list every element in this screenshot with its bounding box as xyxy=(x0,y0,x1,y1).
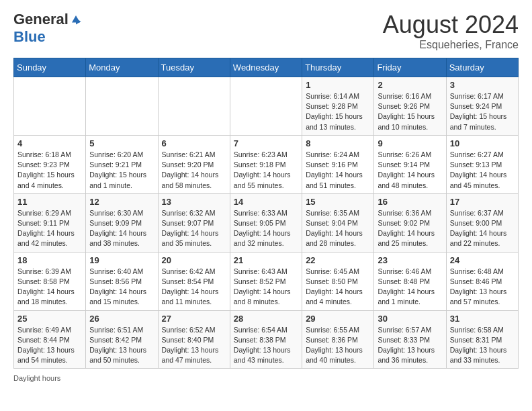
day-info: Sunrise: 6:14 AM Sunset: 9:28 PM Dayligh… xyxy=(306,91,370,132)
day-info: Sunrise: 6:49 AM Sunset: 8:44 PM Dayligh… xyxy=(17,325,82,366)
day-info: Sunrise: 6:16 AM Sunset: 9:26 PM Dayligh… xyxy=(378,91,442,132)
day-info: Sunrise: 6:29 AM Sunset: 9:11 PM Dayligh… xyxy=(17,208,82,249)
day-info: Sunrise: 6:42 AM Sunset: 8:54 PM Dayligh… xyxy=(162,267,226,308)
calendar-week-1: 1Sunrise: 6:14 AM Sunset: 9:28 PM Daylig… xyxy=(14,77,519,136)
table-row: 13Sunrise: 6:32 AM Sunset: 9:07 PM Dayli… xyxy=(158,193,230,252)
table-row: 11Sunrise: 6:29 AM Sunset: 9:11 PM Dayli… xyxy=(14,193,86,252)
day-info: Sunrise: 6:21 AM Sunset: 9:20 PM Dayligh… xyxy=(162,150,226,191)
col-thursday: Thursday xyxy=(302,58,374,77)
calendar-week-2: 4Sunrise: 6:18 AM Sunset: 9:23 PM Daylig… xyxy=(14,135,519,193)
day-info: Sunrise: 6:36 AM Sunset: 9:02 PM Dayligh… xyxy=(378,208,442,249)
table-row: 20Sunrise: 6:42 AM Sunset: 8:54 PM Dayli… xyxy=(158,252,230,310)
table-row: 19Sunrise: 6:40 AM Sunset: 8:56 PM Dayli… xyxy=(86,252,158,310)
day-number: 9 xyxy=(378,138,442,148)
table-row: 5Sunrise: 6:20 AM Sunset: 9:21 PM Daylig… xyxy=(86,135,158,193)
calendar-week-4: 18Sunrise: 6:39 AM Sunset: 8:58 PM Dayli… xyxy=(14,252,519,310)
day-info: Sunrise: 6:46 AM Sunset: 8:48 PM Dayligh… xyxy=(378,267,442,308)
day-info: Sunrise: 6:39 AM Sunset: 8:58 PM Dayligh… xyxy=(17,267,82,308)
day-info: Sunrise: 6:35 AM Sunset: 9:04 PM Dayligh… xyxy=(306,208,370,249)
day-number: 29 xyxy=(306,314,370,324)
col-monday: Monday xyxy=(86,58,158,77)
logo-general-text: General xyxy=(13,11,69,28)
day-info: Sunrise: 6:48 AM Sunset: 8:46 PM Dayligh… xyxy=(450,267,515,308)
day-number: 24 xyxy=(450,255,515,265)
day-number: 16 xyxy=(378,197,442,207)
table-row xyxy=(230,77,302,136)
col-tuesday: Tuesday xyxy=(158,58,230,77)
table-row: 16Sunrise: 6:36 AM Sunset: 9:02 PM Dayli… xyxy=(374,193,446,252)
table-row: 15Sunrise: 6:35 AM Sunset: 9:04 PM Dayli… xyxy=(302,193,374,252)
day-info: Sunrise: 6:54 AM Sunset: 8:38 PM Dayligh… xyxy=(234,325,298,366)
table-row: 21Sunrise: 6:43 AM Sunset: 8:52 PM Dayli… xyxy=(230,252,302,310)
table-row: 4Sunrise: 6:18 AM Sunset: 9:23 PM Daylig… xyxy=(14,135,86,193)
logo: General Blue xyxy=(13,11,82,46)
table-row: 29Sunrise: 6:55 AM Sunset: 8:36 PM Dayli… xyxy=(302,310,374,369)
day-number: 14 xyxy=(234,197,298,207)
day-info: Sunrise: 6:52 AM Sunset: 8:40 PM Dayligh… xyxy=(162,325,226,366)
day-info: Sunrise: 6:43 AM Sunset: 8:52 PM Dayligh… xyxy=(234,267,298,308)
day-number: 28 xyxy=(234,314,298,324)
day-info: Sunrise: 6:32 AM Sunset: 9:07 PM Dayligh… xyxy=(162,208,226,249)
day-number: 3 xyxy=(450,80,515,90)
col-friday: Friday xyxy=(374,58,446,77)
day-info: Sunrise: 6:51 AM Sunset: 8:42 PM Dayligh… xyxy=(89,325,154,366)
logo-blue-text: Blue xyxy=(13,28,46,45)
day-info: Sunrise: 6:26 AM Sunset: 9:14 PM Dayligh… xyxy=(378,150,442,191)
day-number: 17 xyxy=(450,197,515,207)
logo-icon xyxy=(70,13,82,26)
day-number: 31 xyxy=(450,314,515,324)
month-year-title: August 2024 xyxy=(383,11,519,39)
table-row: 27Sunrise: 6:52 AM Sunset: 8:40 PM Dayli… xyxy=(158,310,230,369)
day-info: Sunrise: 6:23 AM Sunset: 9:18 PM Dayligh… xyxy=(234,150,298,191)
table-row: 23Sunrise: 6:46 AM Sunset: 8:48 PM Dayli… xyxy=(374,252,446,310)
calendar-table: Sunday Monday Tuesday Wednesday Thursday… xyxy=(13,58,519,369)
day-number: 8 xyxy=(306,138,370,148)
table-row: 31Sunrise: 6:58 AM Sunset: 8:31 PM Dayli… xyxy=(446,310,518,369)
day-info: Sunrise: 6:33 AM Sunset: 9:05 PM Dayligh… xyxy=(234,208,298,249)
day-number: 27 xyxy=(162,314,226,324)
day-info: Sunrise: 6:27 AM Sunset: 9:13 PM Dayligh… xyxy=(450,150,515,191)
day-info: Sunrise: 6:57 AM Sunset: 8:33 PM Dayligh… xyxy=(378,325,442,366)
day-number: 4 xyxy=(17,138,82,148)
day-number: 30 xyxy=(378,314,442,324)
table-row: 6Sunrise: 6:21 AM Sunset: 9:20 PM Daylig… xyxy=(158,135,230,193)
day-number: 19 xyxy=(89,255,154,265)
svg-marker-1 xyxy=(76,19,81,25)
table-row: 3Sunrise: 6:17 AM Sunset: 9:24 PM Daylig… xyxy=(446,77,518,136)
table-row: 17Sunrise: 6:37 AM Sunset: 9:00 PM Dayli… xyxy=(446,193,518,252)
day-number: 26 xyxy=(89,314,154,324)
col-wednesday: Wednesday xyxy=(230,58,302,77)
footer-note: Daylight hours xyxy=(13,374,519,382)
table-row: 9Sunrise: 6:26 AM Sunset: 9:14 PM Daylig… xyxy=(374,135,446,193)
day-number: 15 xyxy=(306,197,370,207)
day-info: Sunrise: 6:24 AM Sunset: 9:16 PM Dayligh… xyxy=(306,150,370,191)
table-row xyxy=(158,77,230,136)
day-info: Sunrise: 6:40 AM Sunset: 8:56 PM Dayligh… xyxy=(89,267,154,308)
table-row: 14Sunrise: 6:33 AM Sunset: 9:05 PM Dayli… xyxy=(230,193,302,252)
day-info: Sunrise: 6:18 AM Sunset: 9:23 PM Dayligh… xyxy=(17,150,82,191)
day-number: 6 xyxy=(162,138,226,148)
day-info: Sunrise: 6:30 AM Sunset: 9:09 PM Dayligh… xyxy=(89,208,154,249)
day-number: 20 xyxy=(162,255,226,265)
table-row: 2Sunrise: 6:16 AM Sunset: 9:26 PM Daylig… xyxy=(374,77,446,136)
col-saturday: Saturday xyxy=(446,58,518,77)
day-info: Sunrise: 6:45 AM Sunset: 8:50 PM Dayligh… xyxy=(306,267,370,308)
day-number: 21 xyxy=(234,255,298,265)
table-row: 8Sunrise: 6:24 AM Sunset: 9:16 PM Daylig… xyxy=(302,135,374,193)
table-row: 30Sunrise: 6:57 AM Sunset: 8:33 PM Dayli… xyxy=(374,310,446,369)
table-row: 22Sunrise: 6:45 AM Sunset: 8:50 PM Dayli… xyxy=(302,252,374,310)
day-number: 12 xyxy=(89,197,154,207)
day-info: Sunrise: 6:20 AM Sunset: 9:21 PM Dayligh… xyxy=(89,150,154,191)
table-row: 18Sunrise: 6:39 AM Sunset: 8:58 PM Dayli… xyxy=(14,252,86,310)
table-row: 12Sunrise: 6:30 AM Sunset: 9:09 PM Dayli… xyxy=(86,193,158,252)
table-row: 24Sunrise: 6:48 AM Sunset: 8:46 PM Dayli… xyxy=(446,252,518,310)
title-block: August 2024 Esqueheries, France xyxy=(383,11,519,51)
calendar-week-3: 11Sunrise: 6:29 AM Sunset: 9:11 PM Dayli… xyxy=(14,193,519,252)
day-number: 11 xyxy=(17,197,82,207)
calendar-header-row: Sunday Monday Tuesday Wednesday Thursday… xyxy=(14,58,519,77)
table-row: 7Sunrise: 6:23 AM Sunset: 9:18 PM Daylig… xyxy=(230,135,302,193)
day-info: Sunrise: 6:17 AM Sunset: 9:24 PM Dayligh… xyxy=(450,91,515,132)
day-number: 1 xyxy=(306,80,370,90)
table-row: 25Sunrise: 6:49 AM Sunset: 8:44 PM Dayli… xyxy=(14,310,86,369)
day-number: 25 xyxy=(17,314,82,324)
